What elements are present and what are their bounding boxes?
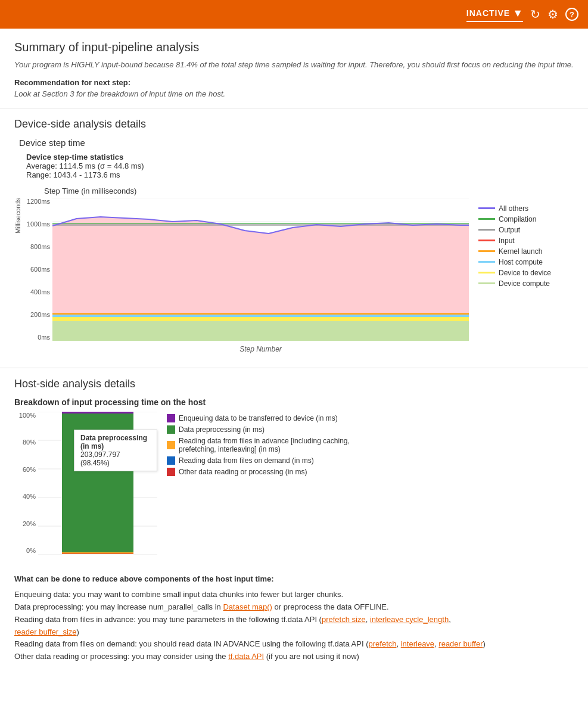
legend-item-input: Input — [478, 237, 574, 245]
stats-title: Device step-time statistics — [26, 153, 574, 161]
header: INACTIVE ▼ ↻ ⚙ ? — [0, 0, 588, 29]
host-legend-color-preprocessing — [167, 425, 175, 434]
host-section-title: Host-side analysis details — [14, 378, 574, 390]
status-selector[interactable]: INACTIVE ▼ — [466, 7, 523, 22]
prefetch-size-link[interactable]: prefetch size — [322, 615, 366, 624]
interleave-cycle-length-link[interactable]: interleave cycle_length — [370, 615, 449, 624]
recommendations-section: What can be done to reduce above compone… — [0, 573, 588, 676]
reader-buffer-link[interactable]: reader buffer — [438, 639, 483, 648]
summary-body: Your program is HIGHLY input-bound becau… — [14, 59, 574, 71]
legend-color-compilation — [478, 218, 495, 220]
legend-color-input — [478, 240, 495, 241]
bar-chart: 100% 80% 60% 40% 20% 0% — [14, 412, 157, 557]
device-section: Device-side analysis details Device step… — [0, 108, 588, 368]
svg-rect-23 — [62, 554, 133, 554]
chart-svg — [52, 198, 469, 343]
tfdata-api-link[interactable]: tf.data API — [228, 652, 264, 661]
svg-marker-11 — [52, 217, 469, 313]
legend-color-host-compute — [478, 261, 495, 263]
rec-line-2: Data preprocessing: you may increase num… — [14, 601, 574, 614]
host-legend-color-advance — [167, 441, 175, 449]
x-axis-label: Step Number — [52, 345, 469, 353]
reader-buffer-size-link[interactable]: reader buffer_size — [14, 627, 77, 636]
recommendation-body: Look at Section 3 for the breakdown of i… — [14, 89, 574, 98]
rec-line-4: Reading data from files on demand: you s… — [14, 638, 574, 651]
prefetch-link[interactable]: prefetch — [369, 639, 397, 648]
svg-rect-20 — [62, 412, 133, 414]
legend-color-all-others — [478, 207, 495, 209]
legend-item-output: Output — [478, 226, 574, 234]
stats-average: Average: 1114.5 ms (σ = 44.8 ms) — [26, 161, 574, 170]
svg-marker-7 — [52, 321, 469, 341]
legend-color-kernel-launch — [478, 250, 495, 252]
svg-rect-21 — [62, 414, 133, 552]
host-legend-item-enqueue: Enqueuing data to be transferred to devi… — [167, 414, 357, 422]
host-legend-item-advance: Reading data from files in advance [incl… — [167, 437, 357, 453]
svg-marker-8 — [52, 317, 469, 321]
legend-item-device-to-device: Device to device — [478, 269, 574, 277]
rec-line-3: Reading data from files in advance: you … — [14, 614, 574, 626]
host-legend-color-enqueue — [167, 414, 175, 422]
legend-color-device-to-device — [478, 272, 495, 273]
recommendation-title: Recommendation for next step: — [14, 78, 574, 87]
svg-rect-22 — [62, 552, 133, 554]
refresh-icon[interactable]: ↻ — [530, 7, 540, 21]
settings-icon[interactable]: ⚙ — [547, 7, 558, 21]
chart-legend: All others Compilation Output Input Kern… — [478, 204, 574, 290]
help-icon[interactable]: ? — [565, 8, 578, 21]
legend-item-host-compute: Host compute — [478, 258, 574, 266]
status-label: INACTIVE — [466, 8, 510, 18]
host-chart-title: Breakdown of input processing time on th… — [14, 397, 574, 407]
step-time-chart: Step Time (in milliseconds) Milliseconds… — [14, 186, 469, 353]
legend-color-device-compute — [478, 282, 495, 284]
svg-marker-10 — [52, 313, 469, 315]
stats-range: Range: 1043.4 - 1173.6 ms — [26, 170, 574, 179]
host-legend-item-other: Other data reading or processing (in ms) — [167, 468, 357, 476]
host-legend-color-other — [167, 468, 175, 476]
host-legend-item-preprocessing: Data preprocessing (in ms) — [167, 425, 357, 434]
device-subsection-title: Device step time — [19, 138, 574, 148]
legend-item-compilation: Compilation — [478, 215, 574, 223]
rec-line-5: Other data reading or processing: you ma… — [14, 651, 574, 663]
summary-title: Summary of input-pipeline analysis — [14, 41, 574, 54]
host-legend-color-demand — [167, 456, 175, 465]
host-chart-area: 100% 80% 60% 40% 20% 0% — [14, 412, 574, 557]
legend-item-all-others: All others — [478, 204, 574, 213]
host-section: Host-side analysis details Breakdown of … — [0, 368, 588, 573]
host-legend-item-demand: Reading data from files on demand (in ms… — [167, 456, 357, 465]
dataset-map-link[interactable]: Dataset map() — [223, 602, 272, 611]
chart-title: Step Time (in milliseconds) — [44, 186, 469, 195]
recommendations-title: What can be done to reduce above compone… — [14, 573, 574, 586]
y-axis-label: Milliseconds — [14, 198, 24, 245]
legend-color-output — [478, 229, 495, 231]
host-legend: Enqueuing data to be transferred to devi… — [167, 412, 357, 557]
rec-line-3b: reader buffer_size) — [14, 626, 574, 639]
interleave-link[interactable]: interleave — [401, 639, 434, 648]
bar-svg-wrap: Data preprocessing (in ms) 203,097.797 (… — [38, 412, 157, 557]
rec-line-1: Enqueuing data: you may want to combine … — [14, 589, 574, 601]
dropdown-icon[interactable]: ▼ — [512, 7, 523, 20]
summary-section: Summary of input-pipeline analysis Your … — [0, 29, 588, 108]
bar-y-axis: 100% 80% 60% 40% 20% 0% — [14, 412, 38, 555]
stats-block: Device step-time statistics Average: 111… — [26, 153, 574, 179]
legend-item-kernel-launch: Kernel launch — [478, 247, 574, 256]
legend-item-device-compute: Device compute — [478, 279, 574, 288]
svg-marker-13 — [52, 223, 469, 224]
svg-marker-9 — [52, 315, 469, 317]
y-axis-ticks: 1200ms 1000ms 800ms 600ms 400ms 200ms 0m… — [26, 198, 52, 341]
device-section-title: Device-side analysis details — [14, 118, 574, 130]
